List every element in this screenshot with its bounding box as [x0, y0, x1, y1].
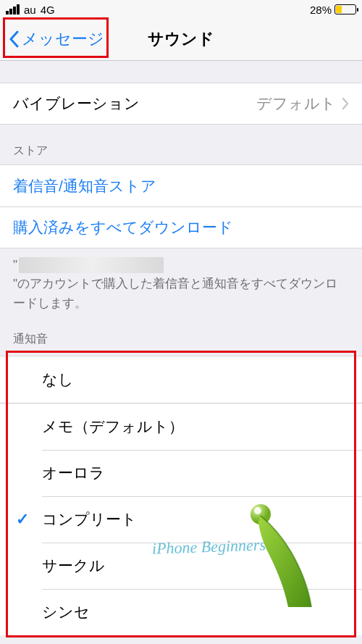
sound-option-label: なし	[42, 369, 74, 390]
store-footer: " "のアカウントで購入した着信音と通知音をすべてダウンロードします。	[0, 248, 362, 313]
page-title: サウンド	[148, 28, 214, 50]
tone-store-link[interactable]: 着信音/通知音ストア	[0, 164, 362, 206]
store-footer-suffix: "のアカウントで購入した着信音と通知音をすべてダウンロードします。	[13, 275, 349, 313]
vibration-label: バイブレーション	[13, 93, 140, 114]
vibration-cell[interactable]: バイブレーション デフォルト	[0, 83, 362, 125]
battery-percent: 28%	[310, 4, 332, 16]
redacted-account	[19, 257, 164, 273]
back-button[interactable]: メッセージ	[4, 25, 109, 53]
download-all-link[interactable]: 購入済みをすべてダウンロード	[0, 206, 362, 248]
sound-option[interactable]: ✓コンプリート	[0, 496, 362, 543]
sound-option[interactable]: なし	[0, 356, 362, 403]
network-label: 4G	[41, 4, 55, 16]
battery-icon	[334, 4, 356, 14]
sound-option[interactable]: メモ（デフォルト）	[0, 403, 362, 450]
carrier-label: au	[24, 4, 36, 16]
sound-option-label: サークル	[42, 556, 105, 576]
nav-bar: メッセージ サウンド	[0, 17, 362, 61]
signal-strength-icon	[6, 4, 20, 14]
store-section-header: ストア	[0, 125, 362, 164]
sound-option-label: メモ（デフォルト）	[42, 417, 184, 437]
back-label: メッセージ	[22, 28, 104, 50]
store-footer-prefix: "	[13, 256, 17, 275]
sound-option-label: シンセ	[42, 602, 90, 622]
tone-store-label: 着信音/通知音ストア	[13, 176, 156, 196]
chevron-right-icon	[342, 97, 349, 110]
status-left: au 4G	[6, 4, 55, 16]
sound-option[interactable]: サークル	[0, 543, 362, 589]
sound-option-label: オーロラ	[42, 463, 105, 483]
battery-fill	[336, 6, 342, 13]
status-right: 28%	[310, 4, 356, 16]
sound-option-label: コンプリート	[42, 509, 137, 530]
sound-list: なしメモ（デフォルト）オーロラ✓コンプリートサークルシンセ	[0, 356, 362, 635]
sound-option[interactable]: オーロラ	[0, 450, 362, 496]
chevron-left-icon	[9, 30, 19, 48]
sound-option[interactable]: シンセ	[0, 589, 362, 635]
sounds-section-header: 通知音	[0, 313, 362, 353]
status-bar: au 4G 28%	[0, 0, 362, 17]
download-all-label: 購入済みをすべてダウンロード	[13, 217, 233, 238]
vibration-value: デフォルト	[256, 93, 336, 114]
checkmark-icon: ✓	[16, 510, 29, 529]
